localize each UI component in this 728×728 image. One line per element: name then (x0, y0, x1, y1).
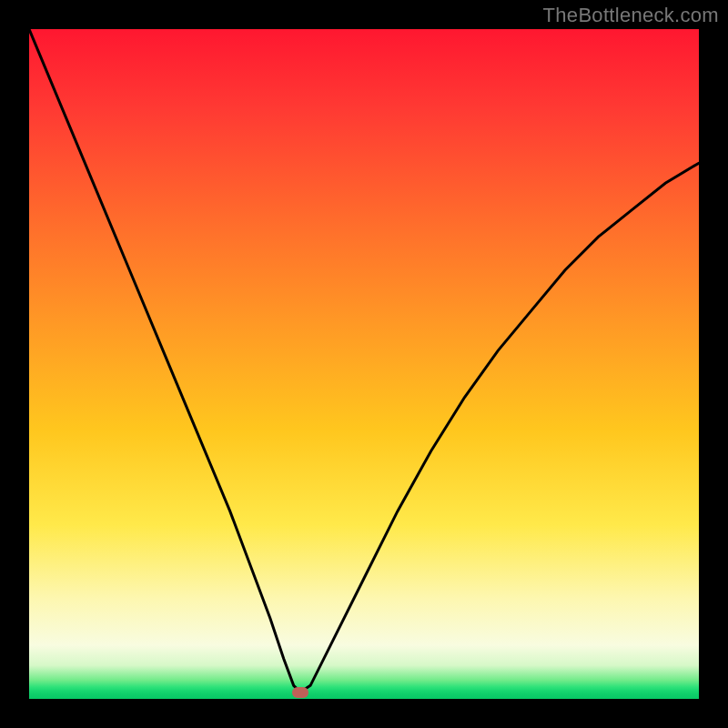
optimal-marker (292, 687, 308, 698)
watermark-text: TheBottleneck.com (543, 4, 719, 27)
curve-path (29, 29, 699, 693)
chart-frame: TheBottleneck.com (0, 0, 728, 728)
bottleneck-curve (29, 29, 699, 699)
plot-area (29, 29, 699, 699)
